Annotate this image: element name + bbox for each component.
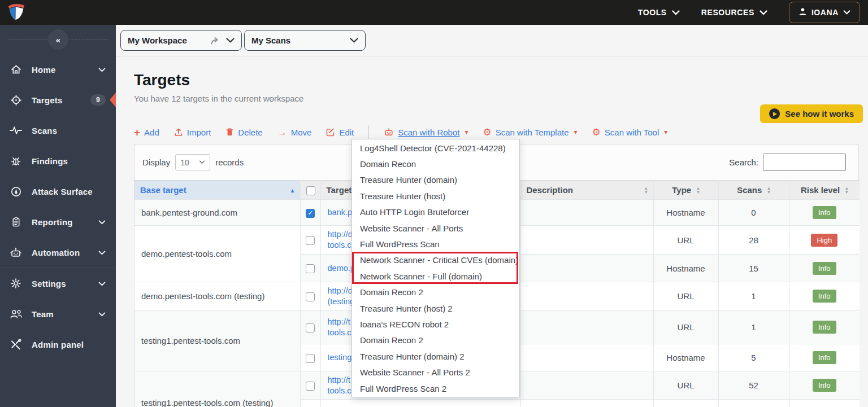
nav-tools-label: TOOLS bbox=[638, 8, 667, 17]
page-size-select[interactable]: 10 bbox=[175, 154, 210, 170]
robot-menu-item[interactable]: Auto HTTP Login Bruteforcer bbox=[352, 204, 519, 220]
robot-menu-item[interactable]: Website Scanner - All Ports 2 bbox=[352, 364, 519, 380]
robot-menu-item[interactable]: Log4Shell Detector (CVE-2021-44228) bbox=[352, 140, 519, 156]
chevron-down-icon bbox=[98, 278, 106, 288]
row-checkbox[interactable] bbox=[306, 354, 315, 363]
column-header-type[interactable]: Type▴▾ bbox=[653, 181, 718, 200]
import-button[interactable]: Import bbox=[174, 128, 211, 137]
description-cell bbox=[520, 310, 653, 344]
scans-selector[interactable]: My Scans bbox=[244, 30, 366, 51]
base-target-cell: testing1.pentest-tools.com bbox=[134, 310, 300, 371]
type-cell: URL bbox=[653, 310, 718, 344]
scan-with-template-label: Scan with Template bbox=[496, 128, 569, 137]
column-header-base-target[interactable]: Base target▴ bbox=[134, 181, 300, 200]
type-cell: Hostname bbox=[653, 255, 718, 282]
scans-count-cell: 5 bbox=[718, 344, 789, 371]
description-cell bbox=[520, 282, 653, 310]
column-header-description[interactable]: Description▴▾ bbox=[520, 181, 653, 200]
sort-icon: ▴▾ bbox=[645, 186, 648, 194]
sidebar-item-admin-panel[interactable]: Admin panel bbox=[0, 329, 116, 360]
row-checkbox[interactable] bbox=[306, 264, 315, 273]
edit-pencil-icon bbox=[326, 128, 335, 137]
workspace-selector-value: My Workspace bbox=[128, 36, 187, 45]
sidebar-item-scans[interactable]: Scans bbox=[0, 115, 116, 146]
sidebar-item-targets[interactable]: Targets 9 bbox=[0, 85, 116, 115]
row-checkbox[interactable] bbox=[306, 236, 315, 245]
robot-menu-item[interactable]: Website Scanner - All Ports bbox=[352, 220, 519, 236]
robot-menu-item[interactable]: Domain Recon bbox=[352, 156, 519, 172]
see-how-it-works-button[interactable]: See how it works bbox=[760, 104, 863, 123]
targets-count-badge: 9 bbox=[90, 94, 106, 106]
risk-badge: Info bbox=[813, 321, 836, 334]
chevron-down-icon bbox=[98, 64, 106, 75]
column-header-scans[interactable]: Scans▴▾ bbox=[718, 181, 789, 200]
scans-count-cell: 52 bbox=[718, 371, 789, 400]
column-header-risk-level[interactable]: Risk level▴▾ bbox=[789, 181, 860, 200]
add-button[interactable]: + Add bbox=[134, 127, 159, 138]
delete-button[interactable]: Delete bbox=[225, 128, 262, 137]
app-logo-icon[interactable] bbox=[3, 0, 28, 25]
robot-menu-item[interactable]: Network Scanner - Full (domain) bbox=[352, 268, 519, 284]
sidebar-item-settings[interactable]: Settings bbox=[0, 268, 116, 299]
risk-level-cell: Info bbox=[789, 200, 860, 226]
workspace-selector[interactable]: My Workspace bbox=[120, 30, 242, 51]
sidebar-item-reporting[interactable]: Reporting bbox=[0, 207, 116, 237]
risk-level-cell: Info bbox=[789, 344, 860, 371]
user-menu-button[interactable]: IOANA bbox=[789, 2, 860, 23]
sidebar-item-findings[interactable]: Findings bbox=[0, 146, 116, 176]
robot-menu-item[interactable]: Full WordPress Scan 2 bbox=[352, 380, 519, 396]
search-input[interactable] bbox=[763, 154, 846, 171]
scan-with-tool-button[interactable]: ⚙ Scan with Tool ▾ bbox=[592, 128, 668, 137]
robot-menu-item[interactable]: Domain Recon 2 bbox=[352, 332, 519, 348]
target-icon bbox=[9, 94, 23, 106]
select-all-header[interactable] bbox=[300, 181, 320, 200]
robot-menu-item[interactable]: Full WordPress Scan bbox=[352, 236, 519, 252]
chevron-down-icon bbox=[226, 38, 235, 43]
risk-badge: Info bbox=[813, 351, 836, 364]
sidebar-item-home[interactable]: Home bbox=[0, 54, 116, 85]
row-checkbox[interactable] bbox=[306, 292, 315, 301]
type-cell: Hostname bbox=[653, 200, 718, 226]
edit-button[interactable]: Edit bbox=[326, 128, 354, 137]
sidebar-item-attack-surface[interactable]: Attack Surface bbox=[0, 176, 116, 207]
caret-down-icon: ▾ bbox=[465, 128, 468, 136]
row-checkbox[interactable] bbox=[306, 209, 315, 218]
row-checkbox[interactable] bbox=[306, 323, 315, 332]
base-target-cell: testing1.pentest-tools.com (testing) bbox=[134, 371, 300, 407]
robot-menu-item[interactable]: Treasure Hunter (domain) 2 bbox=[352, 348, 519, 364]
sidebar-item-automation[interactable]: Automation bbox=[0, 237, 116, 268]
nav-tools[interactable]: TOOLS bbox=[638, 8, 680, 17]
risk-level-cell: Info bbox=[789, 310, 860, 344]
scan-with-robot-button[interactable]: Scan with Robot ▾ bbox=[384, 128, 468, 137]
robot-menu-item[interactable]: Ioana's RECON robot 2 bbox=[352, 316, 519, 332]
risk-level-cell: High bbox=[789, 226, 860, 255]
robot-menu-item[interactable]: Treasure Hunter (domain) bbox=[352, 172, 519, 188]
risk-badge: Info bbox=[813, 290, 836, 303]
team-icon bbox=[9, 309, 23, 319]
scans-count-cell: 1 bbox=[718, 310, 789, 344]
sidebar-collapse-row: « bbox=[0, 25, 116, 54]
robot-menu-item[interactable]: Treasure Hunter (host) 2 bbox=[352, 300, 519, 316]
tools-icon bbox=[9, 339, 23, 350]
nav-resources[interactable]: RESOURCES bbox=[701, 8, 767, 17]
sidebar-item-label: Reporting bbox=[32, 217, 73, 227]
scan-with-template-button[interactable]: ⚙ Scan with Template ▾ bbox=[483, 128, 578, 137]
robot-menu-item[interactable]: Domain Recon 2 bbox=[352, 285, 519, 300]
top-navigation: TOOLS RESOURCES IOANA bbox=[638, 2, 868, 23]
robot-menu-item[interactable]: Treasure Hunter (host) bbox=[352, 188, 519, 204]
sidebar-item-label: Targets bbox=[32, 95, 62, 105]
description-cell bbox=[520, 200, 653, 226]
page-subtitle: You have 12 targets in the current works… bbox=[134, 94, 868, 103]
risk-badge: Info bbox=[813, 206, 836, 219]
type-cell: URL bbox=[653, 371, 718, 400]
compass-icon bbox=[9, 186, 23, 198]
sidebar-collapse-button[interactable]: « bbox=[48, 29, 68, 50]
caret-down-icon: ▾ bbox=[664, 128, 667, 136]
delete-label: Delete bbox=[238, 128, 262, 137]
select-all-checkbox[interactable] bbox=[306, 186, 315, 195]
description-cell bbox=[520, 255, 653, 282]
move-button[interactable]: → Move bbox=[277, 128, 312, 137]
robot-menu-item[interactable]: Network Scanner - Critical CVEs (domain) bbox=[352, 252, 519, 268]
sidebar-item-team[interactable]: Team bbox=[0, 299, 116, 329]
row-checkbox[interactable] bbox=[306, 382, 315, 391]
